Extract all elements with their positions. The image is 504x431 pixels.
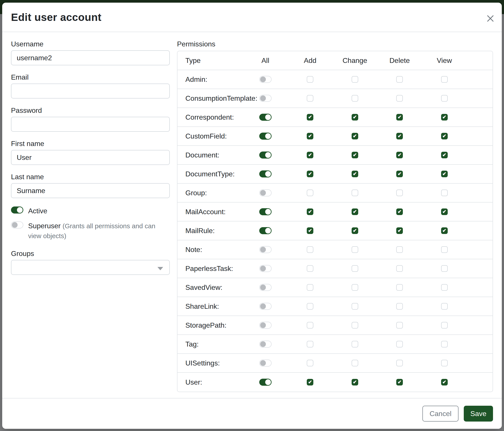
- delete-checkbox[interactable]: [396, 284, 403, 291]
- all-toggle[interactable]: [259, 133, 271, 140]
- change-checkbox[interactable]: [352, 95, 358, 102]
- change-checkbox[interactable]: [352, 341, 358, 347]
- delete-checkbox[interactable]: ✔: [396, 152, 403, 158]
- add-checkbox[interactable]: ✔: [307, 379, 313, 386]
- all-toggle[interactable]: [259, 95, 271, 102]
- add-checkbox[interactable]: [307, 322, 313, 329]
- view-checkbox[interactable]: [441, 322, 448, 329]
- change-checkbox[interactable]: ✔: [352, 227, 358, 234]
- view-checkbox[interactable]: [441, 76, 448, 83]
- view-checkbox[interactable]: ✔: [441, 114, 448, 120]
- view-checkbox[interactable]: ✔: [441, 152, 448, 158]
- all-toggle[interactable]: [259, 171, 271, 178]
- username-input[interactable]: [11, 50, 170, 65]
- add-checkbox[interactable]: ✔: [307, 171, 313, 177]
- all-toggle[interactable]: [259, 322, 271, 329]
- all-toggle[interactable]: [259, 379, 271, 386]
- add-checkbox[interactable]: [307, 303, 313, 310]
- add-checkbox[interactable]: ✔: [307, 208, 313, 215]
- view-checkbox[interactable]: [441, 303, 448, 310]
- delete-checkbox[interactable]: [396, 341, 403, 347]
- change-checkbox[interactable]: [352, 303, 358, 310]
- all-toggle[interactable]: [259, 284, 271, 291]
- all-toggle[interactable]: [259, 303, 271, 310]
- view-checkbox[interactable]: ✔: [441, 379, 448, 386]
- toggle-knob: [260, 77, 266, 82]
- change-checkbox[interactable]: [352, 189, 358, 196]
- view-checkbox[interactable]: [441, 284, 448, 291]
- change-checkbox[interactable]: ✔: [352, 208, 358, 215]
- change-checkbox[interactable]: ✔: [352, 114, 358, 120]
- view-checkbox[interactable]: [441, 265, 448, 272]
- change-checkbox[interactable]: [352, 322, 358, 329]
- change-checkbox[interactable]: [352, 246, 358, 253]
- all-toggle[interactable]: [259, 189, 271, 196]
- add-checkbox[interactable]: [307, 341, 313, 347]
- add-checkbox[interactable]: [307, 76, 313, 83]
- delete-checkbox[interactable]: [396, 265, 403, 272]
- change-checkbox[interactable]: ✔: [352, 379, 358, 386]
- all-toggle[interactable]: [259, 246, 271, 253]
- change-checkbox[interactable]: ✔: [352, 133, 358, 139]
- view-checkbox[interactable]: [441, 95, 448, 102]
- delete-checkbox[interactable]: [396, 76, 403, 83]
- password-input[interactable]: [11, 117, 170, 132]
- all-toggle[interactable]: [259, 359, 271, 367]
- change-checkbox[interactable]: [352, 284, 358, 291]
- active-toggle[interactable]: [11, 207, 23, 214]
- view-checkbox[interactable]: [441, 189, 448, 196]
- delete-checkbox[interactable]: [396, 246, 403, 253]
- user-form: Username Email Password First name Last …: [11, 40, 170, 398]
- delete-checkbox[interactable]: ✔: [396, 171, 403, 177]
- delete-checkbox[interactable]: [396, 360, 403, 366]
- add-checkbox[interactable]: [307, 189, 313, 196]
- add-checkbox[interactable]: ✔: [307, 227, 313, 234]
- view-checkbox[interactable]: ✔: [441, 208, 448, 215]
- last-name-input[interactable]: [11, 183, 170, 198]
- email-input[interactable]: [11, 84, 170, 99]
- delete-checkbox[interactable]: ✔: [396, 114, 403, 120]
- view-checkbox[interactable]: ✔: [441, 227, 448, 234]
- change-checkbox[interactable]: [352, 360, 358, 366]
- all-toggle[interactable]: [259, 152, 271, 159]
- groups-select[interactable]: [11, 260, 170, 275]
- all-toggle[interactable]: [259, 265, 271, 272]
- delete-checkbox[interactable]: ✔: [396, 379, 403, 386]
- add-checkbox[interactable]: [307, 360, 313, 366]
- save-button[interactable]: Save: [464, 406, 493, 422]
- add-checkbox[interactable]: [307, 265, 313, 272]
- delete-checkbox[interactable]: ✔: [396, 227, 403, 234]
- all-toggle[interactable]: [259, 227, 271, 234]
- all-toggle[interactable]: [259, 76, 271, 83]
- change-checkbox[interactable]: ✔: [352, 152, 358, 158]
- add-checkbox[interactable]: ✔: [307, 114, 313, 120]
- delete-checkbox[interactable]: ✔: [396, 133, 403, 139]
- view-checkbox[interactable]: [441, 341, 448, 347]
- add-checkbox[interactable]: ✔: [307, 133, 313, 139]
- add-checkbox[interactable]: [307, 95, 313, 102]
- view-checkbox[interactable]: ✔: [441, 133, 448, 139]
- close-icon: [486, 15, 494, 22]
- delete-checkbox[interactable]: [396, 95, 403, 102]
- delete-checkbox[interactable]: [396, 189, 403, 196]
- all-toggle[interactable]: [259, 208, 271, 215]
- delete-checkbox[interactable]: [396, 303, 403, 310]
- add-checkbox[interactable]: [307, 246, 313, 253]
- first-name-input[interactable]: [11, 150, 170, 165]
- change-checkbox[interactable]: [352, 76, 358, 83]
- view-checkbox[interactable]: [441, 246, 448, 253]
- delete-checkbox[interactable]: [396, 322, 403, 329]
- view-checkbox[interactable]: [441, 360, 448, 366]
- all-toggle[interactable]: [259, 114, 271, 121]
- cancel-button[interactable]: Cancel: [423, 406, 459, 422]
- delete-checkbox[interactable]: ✔: [396, 208, 403, 215]
- superuser-toggle[interactable]: [11, 221, 23, 228]
- change-checkbox[interactable]: [352, 265, 358, 272]
- edit-user-account-dialog: Edit user account Username Email Passwor…: [2, 3, 502, 429]
- close-button[interactable]: [486, 14, 495, 23]
- change-checkbox[interactable]: ✔: [352, 171, 358, 177]
- all-toggle[interactable]: [259, 341, 271, 348]
- add-checkbox[interactable]: [307, 284, 313, 291]
- view-checkbox[interactable]: ✔: [441, 171, 448, 177]
- add-checkbox[interactable]: ✔: [307, 152, 313, 158]
